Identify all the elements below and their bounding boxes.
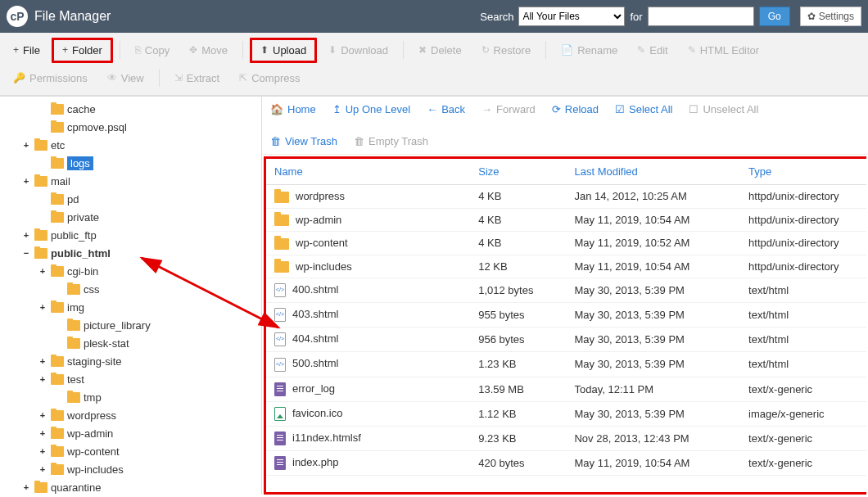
tree-toggle-icon[interactable]: +	[38, 446, 47, 456]
search-input[interactable]	[648, 7, 754, 26]
permissions-button[interactable]: 🔑Permissions	[5, 68, 96, 88]
folder-icon	[34, 140, 47, 151]
table-row[interactable]: i11ndex.htmlsf9.23 KBNov 28, 2013, 12:43…	[266, 426, 866, 450]
col-name[interactable]: Name	[266, 159, 470, 185]
table-row[interactable]: 403.shtml955 bytesMay 30, 2013, 5:39 PMt…	[266, 303, 866, 328]
table-row[interactable]: 400.shtml1,012 bytesMay 30, 2013, 5:39 P…	[266, 278, 866, 303]
eye-icon: 👁	[107, 72, 117, 84]
toolbar-separator	[159, 69, 160, 87]
unselectall-button[interactable]: ☐Unselect All	[689, 103, 758, 115]
table-row[interactable]: favicon.ico1.12 KBMay 30, 2013, 5:39 PMi…	[266, 401, 866, 426]
file-size: 4 KB	[470, 232, 566, 255]
tree-toggle-icon[interactable]: +	[21, 482, 31, 492]
tree-item[interactable]: +wp-admin	[5, 424, 261, 442]
tree-item[interactable]: +wp-includes	[5, 460, 261, 478]
tree-toggle-icon[interactable]: +	[38, 374, 47, 384]
viewtrash-button[interactable]: 🗑View Trash	[270, 135, 337, 147]
tree-item[interactable]: css	[5, 280, 261, 298]
extract-icon: ⇲	[174, 72, 183, 84]
tree-item[interactable]: +etc	[5, 136, 261, 154]
table-row[interactable]: index.php420 bytesMay 11, 2019, 10:54 AM…	[266, 450, 866, 475]
folder-tree[interactable]: cachecpmove.psql+etclogs+mailpdprivate+p…	[0, 97, 262, 495]
tree-item[interactable]: cpmove.psql	[5, 118, 261, 136]
emptytrash-button[interactable]: 🗑Empty Trash	[354, 135, 428, 147]
tree-item[interactable]: +mail	[5, 172, 261, 190]
table-row[interactable]: wp-includes12 KBMay 11, 2019, 10:54 AMht…	[266, 255, 866, 278]
move-button[interactable]: ✥Move	[181, 40, 236, 61]
copy-label: Copy	[145, 44, 170, 56]
tree-toggle-icon[interactable]: −	[21, 248, 31, 258]
compress-button[interactable]: ⇱Compress	[231, 68, 308, 88]
col-modified[interactable]: Last Modified	[566, 159, 740, 185]
tree-item[interactable]: pd	[5, 190, 261, 208]
table-row[interactable]: wordpress4 KBJan 14, 2012, 10:25 AMhttpd…	[266, 185, 866, 209]
plus-icon: +	[13, 44, 19, 56]
file-size: 956 bytes	[470, 328, 566, 352]
tree-toggle-icon[interactable]: +	[38, 266, 47, 276]
view-button[interactable]: 👁View	[99, 68, 152, 88]
tree-item[interactable]: +quarantine	[5, 478, 261, 495]
up-button[interactable]: ↥Up One Level	[332, 103, 411, 115]
delete-button[interactable]: ✖Delete	[410, 40, 470, 61]
rename-button[interactable]: 📄Rename	[553, 40, 626, 61]
home-button[interactable]: 🏠Home	[270, 103, 316, 115]
go-button[interactable]: Go	[759, 7, 790, 26]
table-row[interactable]: wp-content4 KBMay 11, 2019, 10:52 AMhttp…	[266, 232, 866, 255]
delete-label: Delete	[431, 44, 462, 56]
table-row[interactable]: wp-admin4 KBMay 11, 2019, 10:54 AMhttpd/…	[266, 208, 866, 232]
tree-item[interactable]: logs	[5, 154, 261, 172]
extract-label: Extract	[187, 72, 219, 84]
file-button[interactable]: +File	[5, 40, 48, 61]
file-name: favicon.ico	[292, 407, 342, 419]
tree-toggle-icon[interactable]: +	[21, 176, 31, 186]
restore-button[interactable]: ↻Restore	[473, 40, 540, 61]
tree-item[interactable]: +wp-content	[5, 442, 261, 460]
tree-toggle-icon[interactable]: +	[38, 356, 47, 366]
table-row[interactable]: 404.shtml956 bytesMay 30, 2013, 5:39 PMt…	[266, 328, 866, 352]
upload-button[interactable]: ⬆Upload	[250, 38, 317, 63]
settings-button[interactable]: ✿ Settings	[800, 7, 861, 26]
table-row[interactable]: error_log13.59 MBToday, 12:11 PMtext/x-g…	[266, 377, 866, 401]
download-button[interactable]: ⬇Download	[320, 40, 396, 61]
selectall-button[interactable]: ☑Select All	[615, 103, 672, 115]
tree-item-label: public_ftp	[51, 229, 97, 242]
tree-toggle-icon[interactable]: +	[38, 410, 47, 420]
tree-item[interactable]: private	[5, 208, 261, 226]
folder-button[interactable]: +Folder	[52, 38, 113, 63]
up-label: Up One Level	[346, 103, 411, 115]
tree-toggle-icon[interactable]: +	[38, 302, 47, 312]
tree-item[interactable]: +staging-site	[5, 352, 261, 370]
main-toolbar: +File+Folder⎘Copy✥Move⬆Upload⬇Download✖D…	[0, 33, 868, 96]
htmleditor-button[interactable]: ✎HTML Editor	[680, 40, 767, 61]
tree-item[interactable]: +test	[5, 370, 261, 388]
tree-item[interactable]: cache	[5, 100, 261, 118]
tree-toggle-icon[interactable]: +	[21, 230, 31, 240]
file-modified: Today, 12:11 PM	[566, 377, 740, 401]
tree-item[interactable]: plesk-stat	[5, 334, 261, 352]
file-modified: May 30, 2013, 5:39 PM	[566, 278, 740, 303]
tree-item[interactable]: tmp	[5, 388, 261, 406]
col-size[interactable]: Size	[470, 159, 566, 185]
forward-button[interactable]: →Forward	[481, 103, 536, 115]
back-button[interactable]: ←Back	[427, 103, 465, 115]
edit-button[interactable]: ✎Edit	[629, 40, 676, 61]
unselectall-label: Unselect All	[703, 103, 758, 115]
tree-toggle-icon[interactable]: +	[38, 464, 47, 474]
tree-item[interactable]: +img	[5, 298, 261, 316]
search-scope-select[interactable]: All Your Files	[518, 7, 625, 26]
tree-item[interactable]: picture_library	[5, 316, 261, 334]
toolbar-separator	[545, 41, 546, 59]
table-row[interactable]: 500.shtml1.23 KBMay 30, 2013, 5:39 PMtex…	[266, 352, 866, 377]
tree-item[interactable]: +cgi-bin	[5, 262, 261, 280]
tree-toggle-icon[interactable]: +	[38, 428, 47, 438]
tree-item[interactable]: −public_html	[5, 244, 261, 262]
copy-button[interactable]: ⎘Copy	[127, 40, 178, 61]
tree-item[interactable]: +wordpress	[5, 406, 261, 424]
reload-button[interactable]: ⟳Reload	[552, 103, 599, 115]
col-type[interactable]: Type	[740, 159, 866, 185]
extract-button[interactable]: ⇲Extract	[166, 68, 228, 88]
file-name: 404.shtml	[292, 332, 338, 345]
tree-toggle-icon[interactable]: +	[21, 140, 31, 150]
tree-item[interactable]: +public_ftp	[5, 226, 261, 244]
file-type: text/html	[740, 328, 866, 352]
